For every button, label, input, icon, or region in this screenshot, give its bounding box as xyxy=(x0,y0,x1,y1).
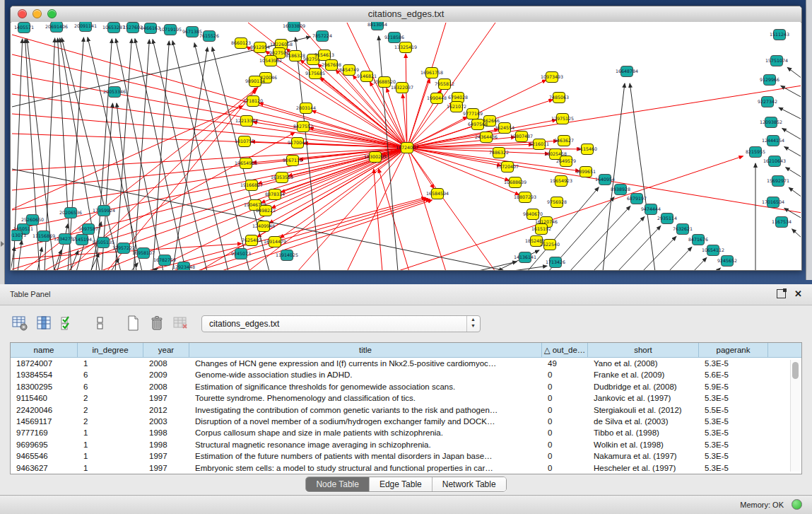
graph-node[interactable]: 20691406 xyxy=(45,22,68,33)
graph-node[interactable]: 9756928 xyxy=(547,197,567,208)
select-all-button[interactable] xyxy=(58,313,78,333)
network-window-titlebar[interactable]: citations_edges.txt xyxy=(11,6,801,23)
graph-node[interactable]: 16648784 xyxy=(616,66,638,77)
graph-node[interactable]: 6216011 xyxy=(529,139,549,150)
graph-node[interactable]: 9245652 xyxy=(717,256,737,267)
table-row[interactable]: 946554611997Estimation of the future num… xyxy=(11,450,801,462)
table-chooser-select[interactable]: citations_edges.txt ▲▼ xyxy=(201,315,481,332)
change-table-mode-button[interactable] xyxy=(10,313,30,333)
graph-node[interactable]: 7486322 xyxy=(489,148,509,158)
graph-node[interactable]: 2967608 xyxy=(322,60,341,71)
table-row[interactable]: 911546021997Tourette syndrome. Phenomeno… xyxy=(11,392,801,404)
citation-edge-black[interactable] xyxy=(787,67,801,78)
graph-node[interactable]: 1527602 xyxy=(123,23,143,33)
graph-node[interactable]: 3624554 xyxy=(495,123,514,134)
graph-node[interactable]: 15751074 xyxy=(765,56,788,66)
citation-edge-red[interactable] xyxy=(407,148,434,188)
column-header-name[interactable]: name xyxy=(11,343,78,357)
table-row[interactable]: 1872400712008Changes of HCN gene express… xyxy=(11,358,801,369)
column-header-short[interactable]: short xyxy=(588,343,699,357)
graph-node[interactable]: 19654905 xyxy=(235,158,257,169)
graph-node[interactable]: 8471676 xyxy=(688,235,708,245)
graph-node[interactable]: 9267110 xyxy=(283,156,302,166)
graph-node[interactable]: 16782759 xyxy=(153,255,176,266)
graph-node[interactable]: 2718120 xyxy=(243,96,263,107)
graph-node[interactable]: 8427552 xyxy=(293,122,313,132)
graph-node[interactable]: 1621072 xyxy=(447,102,466,112)
graph-node[interactable]: 10807487 xyxy=(510,132,533,142)
graph-node[interactable]: 10719195 xyxy=(159,25,182,35)
graph-node[interactable]: 7615526 xyxy=(199,31,219,42)
table-row[interactable]: 977716911998Corpus callosum shape and si… xyxy=(11,427,801,438)
column-header-out-de-[interactable]: △ out_de… xyxy=(542,343,588,357)
citation-edge-black[interactable] xyxy=(779,107,801,119)
graph-node[interactable]: 16033809 xyxy=(283,22,305,32)
graph-node[interactable]: 9474444 xyxy=(641,204,661,215)
graph-node[interactable]: 1511243 xyxy=(770,30,789,40)
delete-columns-button[interactable] xyxy=(147,313,167,333)
citation-edge-black[interactable] xyxy=(630,83,655,270)
citation-edge-black[interactable] xyxy=(134,40,149,270)
citation-edge-red[interactable] xyxy=(12,148,407,210)
graph-node[interactable]: 9218586 xyxy=(384,33,404,43)
graph-node[interactable]: 9115460 xyxy=(577,144,597,155)
graph-node[interactable]: 1405571 xyxy=(14,23,34,33)
citation-edge-black[interactable] xyxy=(693,257,707,270)
unselect-all-button[interactable] xyxy=(90,313,110,333)
graph-node[interactable]: 9840670 xyxy=(523,209,543,220)
graph-node[interactable]: 20053346 xyxy=(103,87,126,98)
graph-node[interactable]: 18807293 xyxy=(514,192,536,203)
graph-node[interactable]: 8813054 xyxy=(367,22,387,30)
graph-node[interactable]: 12444154 xyxy=(762,136,784,146)
citation-edge-black[interactable] xyxy=(784,146,801,157)
graph-node[interactable]: 15692971 xyxy=(767,176,789,187)
table-row[interactable]: 2242004622012Investigating the contribut… xyxy=(11,404,801,416)
scrollbar-thumb[interactable] xyxy=(792,362,799,379)
citation-edge-red[interactable] xyxy=(12,148,407,170)
graph-node[interactable]: 13325419 xyxy=(394,42,417,53)
citation-edge-red[interactable] xyxy=(12,148,407,250)
table-row[interactable]: 1456911722003Disruption of a novel membe… xyxy=(11,416,801,427)
graph-node[interactable]: 6879197 xyxy=(627,194,647,204)
column-header-year[interactable]: year xyxy=(143,343,189,357)
citation-edge-black[interactable] xyxy=(495,250,539,270)
vertical-scrollbar[interactable] xyxy=(790,360,800,472)
tab-node-table[interactable]: Node Table xyxy=(306,477,370,491)
graph-node[interactable]: 2803144 xyxy=(296,103,316,114)
graph-node[interactable]: 8215955 xyxy=(746,147,765,158)
graph-node[interactable]: 16584594 xyxy=(426,189,449,199)
citation-edge-black[interactable] xyxy=(782,129,801,140)
citation-edge-black[interactable] xyxy=(717,268,720,270)
table-row[interactable]: 946362711997Embryonic stem cells: a mode… xyxy=(11,462,801,474)
citation-edge-black[interactable] xyxy=(18,240,22,270)
graph-node[interactable]: 20206536 xyxy=(59,208,82,218)
graph-node[interactable]: 1167534 xyxy=(772,217,792,228)
column-header-title[interactable]: title xyxy=(189,343,542,357)
graph-node[interactable]: 9463627 xyxy=(554,136,574,146)
float-panel-icon[interactable] xyxy=(777,289,786,298)
graph-node[interactable]: 1713426 xyxy=(546,257,565,268)
citation-edge-black[interactable] xyxy=(172,41,228,270)
table-row[interactable]: 1938455462009Genome-wide association stu… xyxy=(11,369,801,380)
citation-edge-black[interactable] xyxy=(508,266,547,270)
citation-edge-black[interactable] xyxy=(669,247,692,270)
graph-node[interactable]: 10654112 xyxy=(702,245,724,256)
citation-edge-red[interactable] xyxy=(387,88,407,148)
graph-node[interactable]: 9899651 xyxy=(576,167,596,177)
citation-edge-black[interactable] xyxy=(570,206,630,270)
graph-node[interactable]: 12975125 xyxy=(551,114,574,124)
graph-node[interactable]: 1640954 xyxy=(595,175,615,185)
graph-node[interactable]: 11156869 xyxy=(33,231,55,242)
graph-node[interactable]: 9227342 xyxy=(758,97,777,107)
tab-edge-table[interactable]: Edge Table xyxy=(370,477,433,491)
show-columns-button[interactable] xyxy=(34,313,54,333)
create-column-button[interactable] xyxy=(123,313,143,333)
delete-table-button[interactable] xyxy=(171,313,191,333)
table-row[interactable]: 969969511998Structural magnetic resonanc… xyxy=(11,439,801,450)
graph-node[interactable]: 7485063 xyxy=(549,93,569,103)
graph-node[interactable]: 1990448 xyxy=(427,93,447,104)
graph-node[interactable]: 12093852 xyxy=(760,117,782,128)
citation-edge-black[interactable] xyxy=(88,37,142,270)
graph-node[interactable]: 20091141 xyxy=(74,22,97,32)
graph-node[interactable]: 8938928 xyxy=(611,185,630,195)
